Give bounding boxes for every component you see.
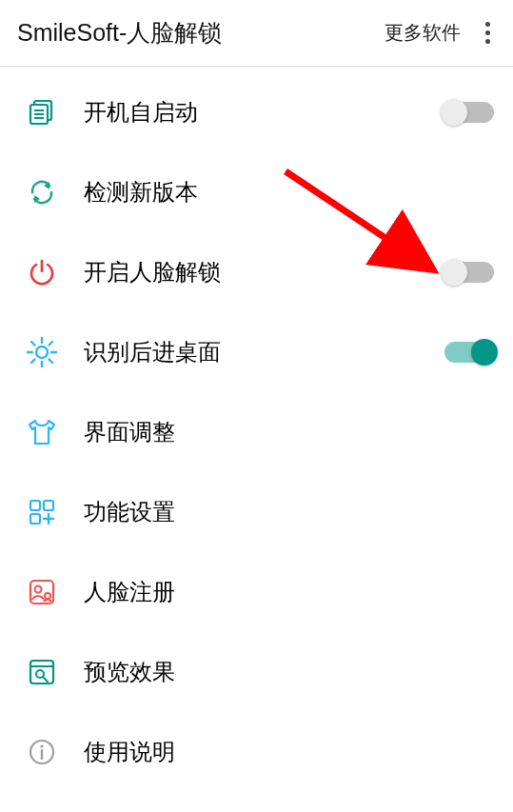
svg-rect-19 — [30, 514, 40, 524]
row-autostart[interactable]: 开机自启动 — [0, 72, 513, 152]
grid-add-icon — [21, 497, 63, 527]
toolbar-actions: 更多软件 — [385, 14, 498, 51]
row-update[interactable]: 检测新版本 — [0, 152, 513, 232]
row-preview[interactable]: 预览效果 — [0, 632, 513, 712]
row-label: 人脸注册 — [63, 577, 494, 607]
app-title: SmileSoft-人脸解锁 — [17, 17, 222, 49]
row-label: 开启人脸解锁 — [63, 257, 444, 287]
toggle-autostart[interactable] — [444, 102, 494, 123]
svg-line-13 — [31, 342, 35, 346]
row-enable-face[interactable]: 开启人脸解锁 — [0, 232, 513, 312]
row-func-settings[interactable]: 功能设置 — [0, 472, 513, 552]
svg-line-28 — [43, 677, 48, 682]
svg-line-16 — [49, 342, 53, 346]
svg-rect-25 — [30, 661, 53, 683]
svg-point-24 — [45, 593, 50, 599]
svg-line-14 — [49, 360, 53, 364]
sun-icon — [21, 336, 63, 368]
row-ui-adjust[interactable]: 界面调整 — [0, 392, 513, 472]
overflow-menu-icon[interactable] — [478, 14, 498, 51]
row-label: 预览效果 — [63, 657, 494, 687]
row-face-register[interactable]: 人脸注册 — [0, 552, 513, 632]
row-label: 界面调整 — [63, 417, 494, 447]
settings-list: 开机自启动 检测新版本 开启人脸解锁 — [0, 67, 513, 792]
svg-rect-17 — [30, 501, 40, 510]
preview-icon — [21, 657, 63, 687]
row-label: 功能设置 — [63, 497, 494, 527]
info-icon — [21, 737, 63, 767]
tshirt-icon — [21, 416, 63, 448]
row-label: 使用说明 — [63, 737, 494, 767]
row-after-rec[interactable]: 识别后进桌面 — [0, 312, 513, 392]
svg-rect-18 — [44, 501, 53, 510]
row-label: 检测新版本 — [63, 177, 494, 208]
row-label: 开机自启动 — [63, 97, 444, 128]
row-label: 识别后进桌面 — [63, 337, 444, 367]
svg-point-23 — [35, 586, 42, 593]
face-register-icon — [21, 577, 63, 607]
toggle-enable-face[interactable] — [444, 262, 494, 283]
refresh-icon — [21, 177, 63, 208]
toolbar: SmileSoft-人脸解锁 更多软件 — [0, 0, 513, 67]
more-software-button[interactable]: 更多软件 — [385, 20, 461, 46]
toggle-after-rec[interactable] — [444, 342, 494, 363]
copy-icon — [21, 97, 63, 128]
svg-point-8 — [36, 347, 48, 358]
svg-line-15 — [31, 360, 35, 364]
power-icon — [21, 257, 63, 287]
svg-point-30 — [40, 744, 43, 747]
row-instructions[interactable]: 使用说明 — [0, 712, 513, 792]
